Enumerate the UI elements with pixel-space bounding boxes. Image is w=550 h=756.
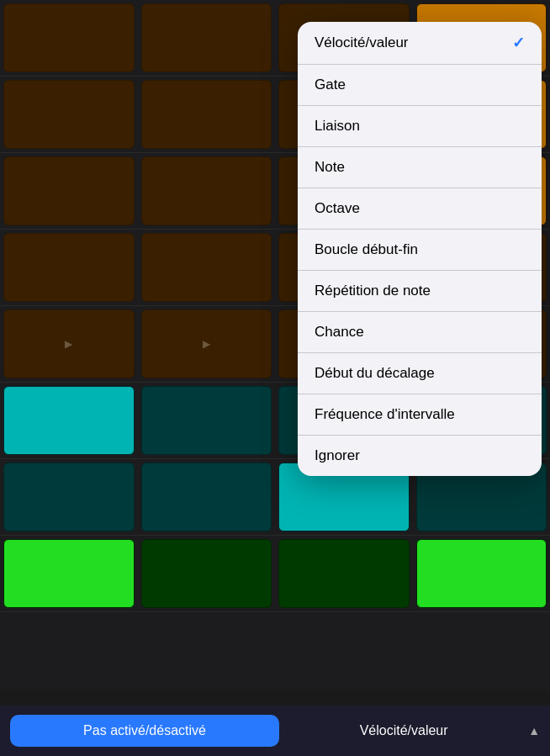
toggle-button[interactable]: Pas activé/désactivé: [10, 715, 279, 747]
cell-7-2[interactable]: [141, 463, 272, 531]
check-icon: ✓: [512, 34, 525, 52]
menu-item-liaison[interactable]: Liaison: [298, 106, 542, 147]
cell-2-2[interactable]: [141, 80, 272, 149]
menu-item-boucle-label: Boucle début-fin: [315, 241, 418, 258]
menu-item-octave[interactable]: Octave: [298, 188, 542, 230]
dropdown-menu: Vélocité/valeur ✓ Gate Liaison Note Octa…: [298, 22, 542, 476]
cell-3-1[interactable]: [3, 156, 135, 225]
cell-6-2[interactable]: [141, 386, 272, 455]
cell-6-1[interactable]: [3, 386, 135, 455]
menu-item-chance[interactable]: Chance: [298, 312, 542, 353]
cell-8-1[interactable]: [3, 539, 135, 608]
cell-2-1[interactable]: [3, 80, 135, 149]
menu-item-note-label: Note: [315, 159, 345, 176]
menu-item-ignorer-label: Ignorer: [315, 447, 360, 464]
menu-item-debut-decalage[interactable]: Début du décalage: [298, 353, 542, 394]
menu-item-debut-decalage-label: Début du décalage: [315, 365, 435, 382]
triangle-icon[interactable]: ▲: [528, 724, 540, 737]
bottom-bar: Pas activé/désactivé Vélocité/valeur ▲: [0, 706, 550, 756]
cell-7-1[interactable]: [3, 463, 135, 531]
menu-item-ignorer[interactable]: Ignorer: [298, 436, 542, 476]
cell-8-2[interactable]: [141, 539, 272, 608]
cell-1-1[interactable]: [3, 3, 135, 72]
menu-item-frequence-label: Fréquence d'intervalle: [315, 406, 455, 423]
cell-3-2[interactable]: [141, 156, 272, 225]
menu-item-velocity-label: Vélocité/valeur: [315, 34, 409, 51]
menu-item-velocity[interactable]: Vélocité/valeur ✓: [298, 22, 542, 65]
menu-item-repetition[interactable]: Répétition de note: [298, 271, 542, 312]
menu-item-repetition-label: Répétition de note: [315, 283, 431, 299]
cell-4-2[interactable]: [141, 233, 272, 302]
menu-item-gate[interactable]: Gate: [298, 65, 542, 106]
velocity-button[interactable]: Vélocité/valeur: [288, 723, 520, 738]
cell-5-1[interactable]: [3, 309, 135, 378]
menu-item-chance-label: Chance: [315, 324, 364, 341]
cell-5-2[interactable]: [141, 309, 272, 378]
cell-1-2[interactable]: [141, 3, 272, 72]
menu-item-gate-label: Gate: [315, 77, 346, 93]
cell-8-3[interactable]: [278, 539, 410, 608]
grid-row-8: [0, 536, 550, 612]
menu-item-note[interactable]: Note: [298, 147, 542, 188]
cell-4-1[interactable]: [3, 233, 135, 302]
menu-item-boucle[interactable]: Boucle début-fin: [298, 230, 542, 271]
menu-item-frequence[interactable]: Fréquence d'intervalle: [298, 394, 542, 436]
cell-8-4[interactable]: [416, 539, 547, 608]
menu-item-liaison-label: Liaison: [315, 118, 360, 135]
menu-item-octave-label: Octave: [315, 200, 360, 217]
